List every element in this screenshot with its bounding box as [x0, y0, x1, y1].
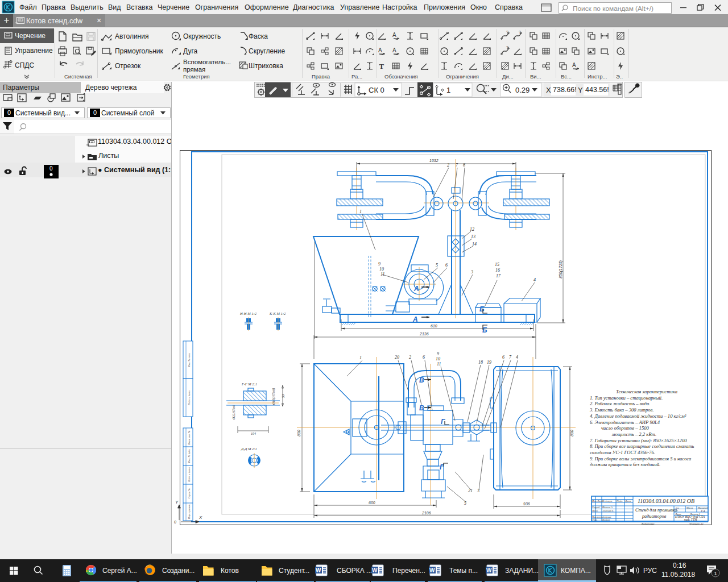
svg-text:Техническая характеристика: Техническая характеристика [616, 389, 677, 394]
svg-text:1: 1 [714, 570, 717, 576]
svg-text:1: 1 [359, 355, 362, 360]
svg-text:Y: Y [175, 500, 179, 505]
svg-text:К-К М 1:2: К-К М 1:2 [269, 311, 286, 315]
svg-text:2136: 2136 [419, 332, 429, 336]
svg-text:солидолом УС-1 ГОСТ 4366-76.: солидолом УС-1 ГОСТ 4366-76. [590, 450, 655, 455]
svg-text:W: W [486, 567, 492, 573]
svg-text:2106: 2106 [421, 511, 431, 515]
svg-text:5: 5 [464, 501, 466, 506]
svg-text:В: В [419, 376, 424, 384]
svg-text:3: 3 [470, 269, 473, 275]
svg-text:Андреев: Андреев [602, 516, 611, 518]
svg-text:Пров.: Пров. [592, 509, 598, 512]
svg-text:6. Электродвигатель – АИР 90L4: 6. Электродвигатель – АИР 90L4 [590, 419, 660, 425]
svg-text:17: 17 [496, 273, 501, 278]
svg-text:Взам. инв. №: Взам. инв. № [188, 431, 191, 445]
svg-text:W: W [316, 567, 321, 573]
svg-text:Дата: Дата [624, 500, 631, 502]
svg-text:610: 610 [431, 324, 437, 328]
svg-text:600: 600 [369, 501, 375, 505]
svg-text:936: 936 [523, 502, 530, 506]
svg-text:Н-Н М 1:2: Н-Н М 1:2 [239, 311, 257, 315]
svg-text:4: 4 [533, 277, 536, 282]
svg-text:СК 0: СК 0 [369, 86, 384, 94]
svg-text:7. Габариты установки (мм): 85: 7. Габариты установки (мм): 850×1625×120… [590, 438, 687, 443]
svg-text:Утв.: Утв. [592, 518, 597, 521]
svg-text:3. Емкость бака – 300 литров.: 3. Емкость бака – 300 литров. [589, 407, 653, 413]
svg-text:11: 11 [437, 361, 441, 367]
svg-text:Подп. и дата: Подп. и дата [188, 390, 191, 405]
svg-text:13: 13 [471, 234, 475, 239]
svg-text:2: 2 [447, 163, 449, 168]
svg-text:6: 6 [502, 355, 504, 360]
svg-text:800: 800 [570, 430, 574, 436]
svg-text:Стенд для промывки: Стенд для промывки [635, 508, 677, 513]
svg-text:А: А [413, 285, 419, 293]
svg-text:Ø22Н7/к6: Ø22Н7/к6 [232, 405, 235, 420]
svg-text:5: 5 [436, 263, 438, 268]
svg-text:Копировал: Копировал [641, 522, 654, 525]
svg-text:738.66!: 738.66! [553, 86, 577, 94]
svg-text:443.56!: 443.56! [585, 86, 609, 94]
svg-text:должны вращаться без заеданий.: должны вращаться без заеданий. [590, 462, 660, 467]
svg-text:0: 0 [49, 165, 53, 172]
svg-text:число оборотов – 1500: число оборотов – 1500 [601, 425, 650, 431]
svg-text:16: 16 [495, 268, 500, 273]
svg-text:1:4: 1:4 [701, 509, 705, 513]
svg-text:W: W [429, 567, 435, 573]
svg-text:мощность – 2,2 кВт.: мощность – 2,2 кВт. [611, 431, 656, 437]
svg-text:Волков: Волков [602, 518, 610, 521]
svg-text:800: 800 [297, 430, 301, 436]
svg-text:20: 20 [395, 355, 399, 360]
svg-text:п.к.: п.к. [676, 506, 679, 509]
svg-text:Лист: Лист [675, 513, 681, 516]
svg-text:104: 104 [251, 432, 256, 435]
svg-text:Масса: Масса [686, 506, 693, 509]
svg-text:50: 50 [282, 394, 285, 398]
svg-text:14: 14 [472, 242, 477, 247]
svg-text:10: 10 [436, 356, 440, 361]
svg-text:№ докум.: № докум. [602, 500, 613, 502]
svg-text:каф. ТТМ: каф. ТТМ [684, 518, 697, 521]
svg-text:7: 7 [456, 163, 458, 168]
svg-text:Y: Y [578, 86, 583, 94]
svg-text:8: 8 [463, 163, 465, 168]
svg-text:Подп.: Подп. [616, 500, 623, 502]
svg-text:1: 1 [359, 209, 362, 214]
svg-text:X: X [546, 86, 551, 94]
svg-text:Перв. примен.: Перв. примен. [188, 504, 191, 520]
svg-text:1. Тип установки – стационарны: 1. Тип установки – стационарный. [590, 395, 663, 401]
svg-text:Иванов А.: Иванов А. [602, 506, 613, 509]
svg-text:Подп. и дата: Подп. и дата [188, 467, 191, 482]
svg-text:18: 18 [478, 360, 483, 365]
svg-text:850(1725): 850(1725) [559, 260, 563, 278]
svg-text:В: В [419, 404, 424, 412]
svg-text:110304.03.04.00.012 ОВ: 110304.03.04.00.012 ОВ [638, 498, 694, 504]
svg-text:4: 4 [516, 355, 518, 360]
svg-text:3: 3 [477, 488, 479, 493]
svg-text:1032: 1032 [429, 159, 439, 163]
svg-text:Справ. №: Справ. № [188, 488, 191, 498]
svg-text:Г-Г М 2:1: Г-Г М 2:1 [241, 382, 257, 386]
svg-text:9: 9 [437, 351, 439, 356]
svg-text:W: W [372, 567, 378, 573]
svg-text:4. Давление подаваемой жидкост: 4. Давление подаваемой жидкости – 10 кг/… [590, 413, 686, 419]
svg-text:Ананьев Е.: Ананьев Е. [602, 509, 614, 512]
svg-text:0: 0 [174, 520, 176, 524]
svg-text:Б: Б [479, 305, 485, 313]
svg-text:Формат А1: Формат А1 [689, 522, 704, 525]
svg-text:Листов 1: Листов 1 [689, 513, 700, 516]
svg-text:19: 19 [487, 360, 491, 365]
svg-text:6: 6 [445, 263, 448, 268]
svg-text:7: 7 [509, 355, 512, 360]
svg-text:12: 12 [470, 227, 474, 232]
svg-text:10: 10 [379, 267, 384, 272]
svg-text:Нач.конт.: Нач.конт. [592, 516, 603, 518]
svg-text:2: 2 [409, 355, 411, 360]
svg-text:15: 15 [495, 262, 499, 267]
svg-text:9: 9 [378, 261, 380, 267]
svg-text:Д-Д М 2:1: Д-Д М 2:1 [241, 447, 257, 451]
svg-text:21: 21 [468, 488, 473, 493]
svg-text:6: 6 [423, 355, 425, 360]
svg-text:Ø10(Н7/к6): Ø10(Н7/к6) [272, 388, 276, 405]
